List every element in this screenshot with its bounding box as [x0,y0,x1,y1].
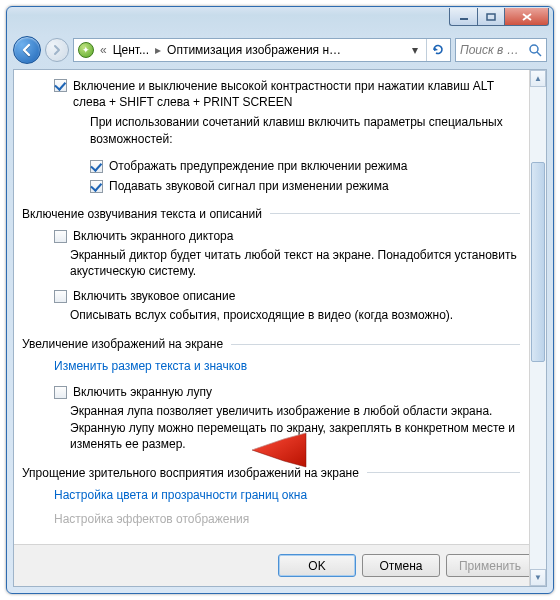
maximize-icon [486,13,496,21]
breadcrumb-sep: « [100,43,107,57]
refresh-icon [431,43,445,57]
checkbox-label: Подавать звуковой сигнал при изменении р… [109,179,389,193]
checkbox-audio-description[interactable]: Включить звуковое описание [54,289,520,303]
checkbox-icon [54,230,67,243]
checkbox-narrator[interactable]: Включить экранного диктора [54,229,520,243]
close-icon [522,13,532,21]
link-window-color[interactable]: Настройка цвета и прозрачности границ ок… [54,488,307,502]
checkbox-play-sound[interactable]: Подавать звуковой сигнал при изменении р… [90,179,520,193]
minimize-button[interactable] [449,8,477,26]
cancel-button[interactable]: Отмена [362,554,440,577]
section-label: Упрощение зрительного восприятия изображ… [22,466,359,480]
search-input[interactable]: Поиск в па... [455,38,547,62]
titlebar [7,7,553,35]
window-frame: ✦ « Цент... ▸ Оптимизация изображения на… [6,6,554,594]
sub-intro-text: При использовании сочетаний клавиш включ… [90,114,520,146]
svg-line-3 [537,52,541,56]
svg-rect-0 [460,18,468,20]
audiodesc-description: Описывать вслух события, происходящие в … [70,307,520,323]
link-text-size[interactable]: Изменить размер текста и значков [54,359,247,373]
checkbox-icon [54,79,67,92]
content-area: Включение и выключение высокой контрастн… [13,69,547,587]
nav-forward-button[interactable] [45,38,69,62]
narrator-description: Экранный диктор будет читать любой текст… [70,247,520,279]
address-dropdown[interactable]: ▾ [408,43,422,57]
scroll-up-button[interactable]: ▲ [530,70,546,87]
scroll-down-button[interactable]: ▼ [530,569,546,586]
address-bar[interactable]: ✦ « Цент... ▸ Оптимизация изображения на… [73,38,451,62]
scroll-content: Включение и выключение высокой контрастн… [14,70,546,544]
ok-button[interactable]: OK [278,554,356,577]
checkbox-label: Включить звуковое описание [73,289,235,303]
scroll-thumb[interactable] [531,162,545,362]
checkbox-icon [54,386,67,399]
chevron-right-icon: ▸ [155,43,161,57]
button-bar: OK Отмена Применить [14,544,546,586]
refresh-button[interactable] [426,39,448,61]
magnifier-description: Экранная лупа позволяет увеличить изобра… [70,403,520,452]
breadcrumb-1[interactable]: Цент... [113,43,149,57]
scroll-track[interactable] [530,87,546,569]
navbar: ✦ « Цент... ▸ Оптимизация изображения на… [7,35,553,69]
svg-point-2 [530,45,538,53]
checkbox-label: Включить экранного диктора [73,229,233,243]
checkbox-icon [54,290,67,303]
checkbox-label: Отображать предупреждение при включении … [109,159,407,173]
section-label: Включение озвучивания текста и описаний [22,207,262,221]
control-panel-icon: ✦ [78,42,94,58]
link-display-effects-cut[interactable]: Настройка эффектов отображения [54,512,249,526]
search-icon [528,43,542,57]
checkbox-high-contrast-toggle[interactable]: Включение и выключение высокой контрастн… [54,78,520,110]
checkbox-icon [90,160,103,173]
checkbox-show-warning[interactable]: Отображать предупреждение при включении … [90,159,520,173]
arrow-right-icon [51,44,63,56]
close-button[interactable] [505,8,549,26]
minimize-icon [459,13,469,21]
search-placeholder: Поиск в па... [460,43,524,57]
checkbox-label: Включение и выключение высокой контрастн… [73,78,520,110]
section-narration: Включение озвучивания текста и описаний [22,207,520,221]
section-simplify: Упрощение зрительного восприятия изображ… [22,466,520,480]
apply-button[interactable]: Применить [446,554,534,577]
svg-rect-1 [487,14,495,20]
section-label: Увеличение изображений на экране [22,337,223,351]
checkbox-label: Включить экранную лупу [73,385,212,399]
checkbox-icon [90,180,103,193]
arrow-left-icon [20,43,34,57]
breadcrumb-2[interactable]: Оптимизация изображения на э... [167,43,347,57]
maximize-button[interactable] [477,8,505,26]
nav-back-button[interactable] [13,36,41,64]
section-magnify: Увеличение изображений на экране [22,337,520,351]
vertical-scrollbar[interactable]: ▲ ▼ [529,70,546,586]
checkbox-magnifier[interactable]: Включить экранную лупу [54,385,520,399]
